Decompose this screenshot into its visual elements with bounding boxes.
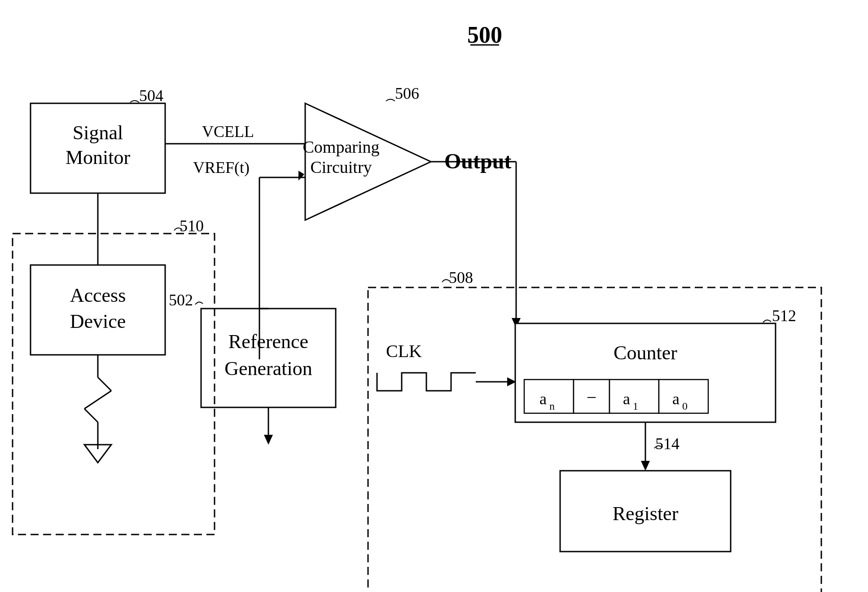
ref-510: 510 [180,217,204,235]
a0-label: a [672,390,679,408]
a1-sub: 1 [633,400,638,412]
signal-monitor-label1: Signal [73,122,123,144]
clk-waveform [377,373,476,391]
diagram-title: 500 [467,22,502,48]
counter-label: Counter [614,342,677,364]
diagram-container: 500 Signal Monitor 504 Comparing Circuit… [0,0,868,592]
access-device-box [31,265,165,355]
register-label: Register [613,503,679,525]
svg-line-11 [84,409,98,422]
ref-506: 506 [395,84,419,102]
vcell-label: VCELL [202,123,254,141]
ref-gen-label2: Generation [224,358,312,380]
comparing-label1: Comparing [303,137,380,156]
ref-502: 502 [169,291,193,309]
dash-label: − [587,387,597,407]
svg-line-9 [98,377,111,391]
vref-label: VREF(t) [193,159,250,177]
ref-512: 512 [772,307,796,325]
ref-508: 508 [449,269,473,287]
ref-gen-label1: Reference [228,331,308,353]
a0-sub: 0 [682,400,688,412]
access-device-label2: Device [70,310,126,332]
comparing-label2: Circuitry [310,158,372,177]
counter-cell-an [524,380,574,413]
counter-to-register-arrow [641,461,650,471]
svg-line-10 [84,391,111,409]
ref-504: 504 [139,87,163,105]
vref-arrowhead [298,171,304,181]
access-device-label1: Access [70,284,126,306]
an-sub: n [549,400,555,412]
ref-514: 514 [655,435,679,453]
a1-label: a [623,390,630,408]
an-label: a [539,390,547,408]
refgen-down-arrow [264,435,273,445]
clk-label: CLK [386,341,422,361]
signal-monitor-label2: Monitor [66,146,131,168]
